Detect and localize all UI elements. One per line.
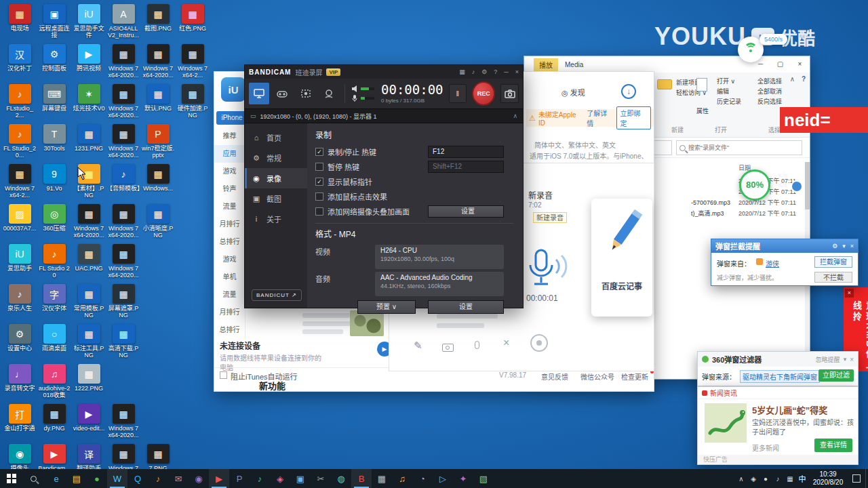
desktop-icon[interactable]: ▦ 屏幕遮罩.PNG xyxy=(106,284,140,319)
search-box[interactable] xyxy=(676,140,802,155)
learn-more-link[interactable]: 了解详情 xyxy=(587,108,613,128)
taskbar-app-icon[interactable]: ♪ xyxy=(148,469,168,488)
action-center-button[interactable] xyxy=(848,469,865,488)
desktop-icon[interactable]: ▦ 1222.PNG xyxy=(72,364,106,392)
mode-device-button[interactable] xyxy=(319,83,339,104)
app-screenshot-thumbnail[interactable] xyxy=(350,310,384,336)
tray-icon[interactable]: ∧ xyxy=(735,475,747,483)
tray-icon[interactable]: ▦ xyxy=(784,475,796,483)
ignore-reminder-link[interactable]: 忽略提醒 xyxy=(816,355,840,364)
bind-now-button[interactable]: 立即绑定 xyxy=(616,106,651,129)
taskbar-app-icon[interactable]: ◈ xyxy=(270,469,290,488)
desktop-icon[interactable]: ▦ 电现场 xyxy=(3,4,37,32)
taskbar-app-icon[interactable]: Q xyxy=(127,469,148,488)
taskbar-app-icon[interactable]: ♪ xyxy=(250,469,270,488)
explorer-titlebar[interactable]: 播放 Media ─ ▢ × xyxy=(524,56,810,73)
desktop-icon[interactable]: ▦ Windows... xyxy=(141,164,175,192)
taskbar-app-icon[interactable]: ✂ xyxy=(311,469,331,488)
titlebar-icon[interactable]: ♪ xyxy=(472,68,475,75)
desktop-icon[interactable]: ✶ 炫光技术V0 xyxy=(72,84,106,112)
pause-button[interactable]: ‖ xyxy=(449,84,467,103)
desktop-icon[interactable]: ○ 雨滴桌面 xyxy=(37,324,71,352)
pin-icon[interactable]: ▾ xyxy=(842,243,846,249)
ad-banner-partial[interactable]: neid= xyxy=(780,107,868,133)
taskbar-app-icon[interactable]: ▷ xyxy=(433,469,453,488)
popup-blocker-titlebar[interactable]: 弹窗拦截提醒 ⚙ ▾ × xyxy=(711,239,858,253)
desktop-icon[interactable]: ▦ 红色.PNG xyxy=(176,4,210,32)
desktop-icon[interactable]: ⚙ 控制面板 xyxy=(37,44,71,72)
check-update-link[interactable]: 检查更新 xyxy=(621,371,648,382)
recording-item-title[interactable]: 新录音 xyxy=(528,189,553,201)
desktop-icon[interactable]: ♩ 录音转文字 xyxy=(3,364,37,392)
allow-popup-button[interactable]: 不拦截 xyxy=(814,272,852,283)
float-ball-secondary[interactable] xyxy=(791,180,803,192)
close-icon[interactable]: × xyxy=(503,337,509,349)
desktop-icon[interactable]: 9 91.Vo xyxy=(37,164,71,192)
desktop-icon[interactable]: 汉 汉化补丁 xyxy=(3,44,37,72)
taskbar-app-icon[interactable]: B xyxy=(351,469,372,488)
close-icon[interactable]: × xyxy=(850,356,854,363)
hotkey-pause-checkbox[interactable] xyxy=(315,163,323,171)
capture-target-bar[interactable]: ▭ 1920x1080 - (0, 0), (1920, 1080) - 显示器… xyxy=(245,108,523,123)
desktop-icon[interactable]: ▦ 小清晰度.PNG xyxy=(141,204,175,239)
close-icon[interactable]: × xyxy=(845,289,854,298)
desktop-icon[interactable]: ▦ 默认.PNG xyxy=(141,84,175,112)
taskbar-app-icon[interactable]: ▣ xyxy=(290,469,311,488)
taskbar-app-icon[interactable]: ✦ xyxy=(453,469,473,488)
desktop-icon[interactable]: iU 爱思助手 xyxy=(3,244,37,272)
desktop-icon[interactable]: ▦ 截图.PNG xyxy=(141,4,175,32)
edit-button[interactable]: 编辑 xyxy=(717,87,741,97)
titlebar-icon[interactable]: ? xyxy=(494,68,497,75)
properties-icon[interactable] xyxy=(696,78,707,92)
filter-source[interactable]: 驱动精灵右下角新闻弹窗 xyxy=(740,370,820,383)
aisi-sidebar-item[interactable]: 游戏 xyxy=(214,251,245,268)
properties-button[interactable]: 属性 xyxy=(691,106,714,115)
aisi-sidebar-item[interactable]: 月排行 xyxy=(214,304,245,321)
taskbar-app-icon[interactable]: e xyxy=(46,469,66,488)
desktop-icon[interactable]: ▶ 腾讯视频 xyxy=(72,44,106,72)
desktop-icon[interactable]: ♪ FL Studio_20... xyxy=(3,124,37,159)
webcam-overlay-checkbox[interactable] xyxy=(315,207,323,216)
tray-expand[interactable]: ∧◈●♪▦ xyxy=(735,475,796,483)
news-headline[interactable]: 5岁女儿画“蛇”得奖 xyxy=(752,403,854,416)
desktop-icon[interactable]: ▦ Windows 7 x64-2020... xyxy=(106,44,140,79)
mode-screen-button[interactable] xyxy=(249,83,269,104)
tray-icon[interactable]: ♪ xyxy=(772,475,784,483)
nav-discover[interactable]: ◎ 发现 xyxy=(561,87,585,98)
open-button[interactable]: 打开 ∨ xyxy=(717,77,741,87)
aisi-sidebar-item[interactable]: 应用 xyxy=(214,145,245,163)
desktop-icon[interactable]: ▦ 常用模板.PNG xyxy=(72,284,106,319)
start-button[interactable] xyxy=(0,469,23,488)
aisi-sidebar-item[interactable]: 推荐 xyxy=(214,127,245,145)
desktop-icon[interactable]: ▦ 高清下载.PNG xyxy=(106,324,140,359)
explorer-tab-media[interactable]: Media xyxy=(565,61,583,68)
camera-icon[interactable] xyxy=(442,344,454,352)
microphone-icon[interactable] xyxy=(524,249,574,293)
desktop-icon[interactable]: T 30Tools xyxy=(37,124,71,152)
desktop-icon[interactable]: ▦ Windows 7 x64-2... xyxy=(176,44,210,79)
desktop-icon[interactable]: ♪ FLstudio_2... xyxy=(3,84,37,119)
aisi-sidebar-item[interactable]: 月排行 xyxy=(214,216,245,233)
aisi-sidebar-item[interactable]: 铃声 xyxy=(214,180,245,198)
edit-pencil-icon[interactable]: ✎ xyxy=(414,340,422,352)
show-cursor-checkbox[interactable]: ✓ xyxy=(315,178,323,186)
desktop-icon[interactable]: ▦ Windows 7 x64-2020... xyxy=(106,204,140,239)
bandicam-titlebar[interactable]: BANDICAM 班迪录屏 VIP ▦♪⚙?─× xyxy=(245,65,523,79)
close-icon[interactable]: × xyxy=(850,243,854,249)
desktop-icon[interactable]: ▦ Windows 7 x64-2... xyxy=(3,164,37,199)
desktop-icon[interactable]: ▦ 7.PNG xyxy=(141,444,175,472)
aisi-sidebar-item[interactable]: 总排行 xyxy=(214,321,245,339)
desktop-icon[interactable]: 译 翻译助手 xyxy=(72,444,106,472)
mode-game-button[interactable] xyxy=(272,83,292,104)
desktop-icon[interactable]: ♪ FL Studio 20 xyxy=(37,244,71,279)
desktop-icon[interactable]: ♪ 泉乐人生 xyxy=(3,284,37,312)
preset-dropdown[interactable]: 预置 ∨ xyxy=(357,300,416,314)
desktop-icon[interactable]: ♪ 【音频模板】 xyxy=(106,164,140,192)
webcam-settings-button[interactable]: 设置 xyxy=(428,205,504,218)
taskbar-search-button[interactable] xyxy=(23,469,46,488)
taskbar-app-icon[interactable]: W xyxy=(107,469,127,488)
desktop-icon[interactable]: ▶ video-edit... xyxy=(72,404,106,432)
baidu-note-widget[interactable]: 百度云记事 xyxy=(591,199,652,317)
taskbar-app-icon[interactable]: ◔ xyxy=(412,469,433,488)
mic-small-icon[interactable] xyxy=(475,341,479,349)
